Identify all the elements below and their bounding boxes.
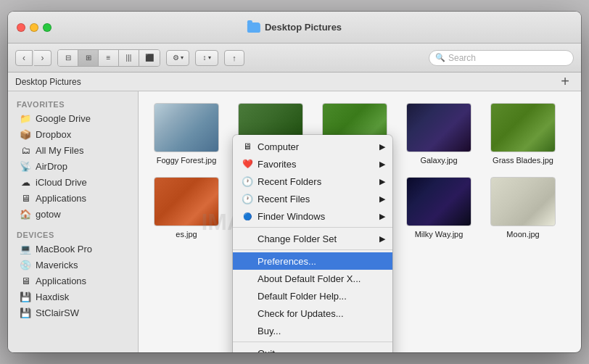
change-folder-icon: [242, 233, 253, 244]
view-grid-button[interactable]: ⊞: [78, 50, 99, 66]
search-icon: 🔍: [435, 53, 445, 62]
menu-item-recent-folders[interactable]: 🕐 Recent Folders ▶: [233, 173, 392, 190]
minimize-button[interactable]: [30, 23, 38, 32]
menu-item-label: Recent Folders: [258, 176, 321, 187]
back-button[interactable]: ‹: [15, 50, 33, 66]
folder-icon: [247, 22, 260, 33]
menu-separator: [233, 249, 392, 250]
action-button[interactable]: ⚙ ▾: [166, 50, 189, 66]
menu-item-label: Quit: [258, 348, 275, 353]
menu-item-recent-files[interactable]: 🕐 Recent Files ▶: [233, 190, 392, 207]
submenu-arrow-icon: ▶: [379, 212, 385, 221]
menu-item-label: Change Folder Set: [258, 233, 337, 244]
buy-icon: [242, 325, 253, 336]
submenu-arrow-icon: ▶: [379, 194, 385, 204]
dropdown-overlay: 🖥 Computer ▶ ❤️ Favorites ▶ 🕐 Recent Fol…: [8, 91, 581, 352]
traffic-lights: [17, 23, 52, 32]
forward-button[interactable]: ›: [34, 50, 52, 66]
menu-item-label: Computer: [258, 141, 299, 152]
submenu-arrow-icon: ▶: [379, 160, 385, 169]
menu-separator: [233, 342, 392, 342]
menu-item-preferences[interactable]: Preferences...: [233, 252, 392, 270]
search-placeholder: Search: [448, 53, 476, 63]
nav-buttons: ‹ ›: [15, 50, 52, 66]
view-cover-button[interactable]: ⬛: [139, 50, 160, 66]
finder-windows-icon: 🔵: [242, 210, 253, 222]
window-title: Desktop Pictures: [265, 22, 342, 33]
share-icon: ↑: [232, 54, 236, 62]
menu-item-updates[interactable]: Check for Updates...: [233, 305, 392, 322]
search-bar[interactable]: 🔍 Search: [429, 50, 574, 66]
menu-item-label: Recent Files: [258, 194, 310, 204]
maximize-button[interactable]: [43, 23, 52, 32]
share-button[interactable]: ↑: [224, 50, 244, 66]
gear-icon: ⚙: [173, 54, 179, 62]
menu-item-label: Default Folder Help...: [258, 291, 347, 302]
recent-folders-icon: 🕐: [242, 175, 253, 187]
about-icon: [242, 273, 253, 284]
menu-item-label: About Default Folder X...: [258, 273, 361, 284]
menu-item-about[interactable]: About Default Folder X...: [233, 270, 392, 287]
dropdown-menu: 🖥 Computer ▶ ❤️ Favorites ▶ 🕐 Recent Fol…: [233, 135, 392, 352]
pathbar: Desktop Pictures +: [8, 73, 581, 91]
menu-item-buy[interactable]: Buy...: [233, 322, 392, 339]
main-area: Favorites 📁 Google Drive 📦 Dropbox 🗂 All…: [8, 91, 581, 352]
recent-files-icon: 🕐: [242, 193, 253, 204]
menu-item-quit[interactable]: Quit: [233, 344, 392, 352]
window-title-area: Desktop Pictures: [247, 22, 342, 33]
quit-icon: [242, 347, 253, 352]
menu-item-label: Finder Windows: [258, 211, 325, 222]
pathbar-label: Desktop Pictures: [15, 77, 81, 87]
view-buttons: ⊟ ⊞ ≡ ||| ⬛: [57, 49, 160, 67]
favorites-icon: ❤️: [242, 158, 253, 170]
menu-item-label: Check for Updates...: [258, 308, 344, 319]
path-arrow-icon: ▾: [208, 54, 211, 61]
computer-icon: 🖥: [242, 141, 253, 152]
close-button[interactable]: [17, 23, 25, 32]
menu-item-help[interactable]: Default Folder Help...: [233, 287, 392, 305]
titlebar: Desktop Pictures: [8, 12, 581, 44]
submenu-arrow-icon: ▶: [379, 142, 385, 152]
toolbar: ‹ › ⊟ ⊞ ≡ ||| ⬛ ⚙ ▾ ↕ ▾ ↑ 🔍 Search: [8, 44, 581, 73]
path-icon: ↕: [203, 54, 207, 62]
menu-item-label: Preferences...: [258, 256, 316, 267]
finder-window: Desktop Pictures ‹ › ⊟ ⊞ ≡ ||| ⬛ ⚙ ▾ ↕ ▾…: [8, 12, 581, 352]
view-list-button[interactable]: ≡: [99, 50, 119, 66]
add-button[interactable]: +: [556, 73, 574, 91]
updates-icon: [242, 307, 253, 319]
preferences-icon: [242, 255, 253, 267]
menu-item-label: Buy...: [258, 326, 281, 336]
menu-separator: [233, 227, 392, 228]
action-arrow-icon: ▾: [181, 54, 184, 61]
menu-item-finder-windows[interactable]: 🔵 Finder Windows ▶: [233, 207, 392, 225]
menu-item-computer[interactable]: 🖥 Computer ▶: [233, 138, 392, 155]
menu-item-change-folder-set[interactable]: Change Folder Set ▶: [233, 230, 392, 247]
menu-item-favorites[interactable]: ❤️ Favorites ▶: [233, 155, 392, 173]
submenu-arrow-icon: ▶: [379, 177, 385, 186]
path-button[interactable]: ↕ ▾: [195, 50, 218, 66]
submenu-arrow-icon: ▶: [379, 234, 385, 244]
view-icon-button[interactable]: ⊟: [58, 50, 78, 66]
menu-item-label: Favorites: [258, 159, 296, 170]
view-column-button[interactable]: |||: [119, 50, 139, 66]
help-icon: [242, 290, 253, 302]
